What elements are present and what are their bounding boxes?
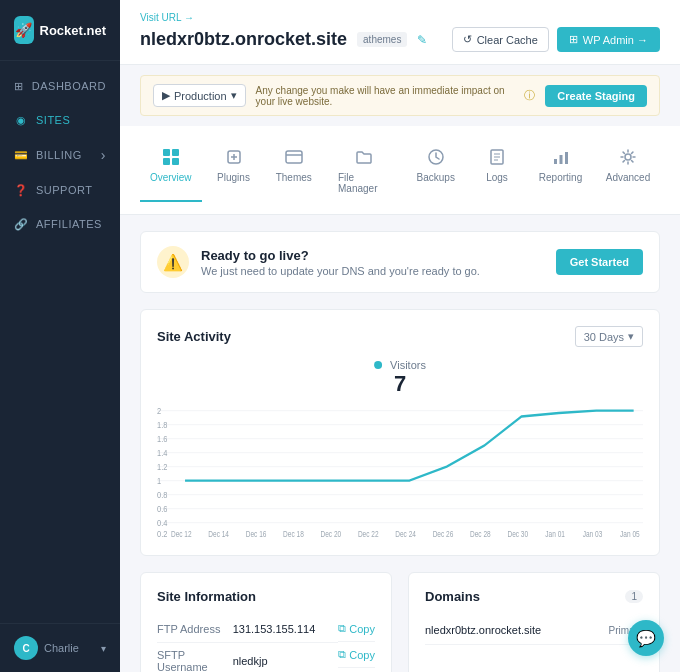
nav-icon-overview[interactable]: Overview — [140, 138, 202, 202]
edit-icon[interactable]: ✎ — [417, 33, 427, 47]
backups-icon — [425, 146, 447, 168]
copy-icon: ⧉ — [338, 622, 346, 635]
nav-icon-advanced[interactable]: Advanced — [596, 138, 660, 202]
nav-icon-file-manager[interactable]: File Manager — [326, 138, 403, 202]
nav-label-overview: Overview — [150, 172, 192, 183]
svg-text:0.2: 0.2 — [157, 528, 168, 539]
svg-rect-14 — [565, 152, 568, 164]
nav-label-advanced: Advanced — [606, 172, 650, 183]
cache-icon: ↺ — [463, 33, 472, 46]
ftp-value: 131.153.155.114 — [233, 616, 339, 642]
svg-text:0.8: 0.8 — [157, 489, 168, 500]
sidebar-item-label: DASHBOARD — [32, 80, 106, 92]
domain-name: nledxr0btz.onrocket.site — [425, 624, 541, 636]
reporting-icon — [550, 146, 572, 168]
user-name: Charlie — [44, 642, 79, 654]
logs-icon — [486, 146, 508, 168]
site-name: nledxr0btz.onrocket.site — [140, 29, 347, 50]
activity-chart-svg: 2 1.8 1.6 1.4 1.2 1 0.8 0.6 0.4 0.2 Dec … — [157, 399, 643, 539]
environment-select[interactable]: ▶ Production ▾ — [153, 84, 246, 107]
main-content: Visit URL → nledxr0btz.onrocket.site ath… — [120, 0, 680, 672]
period-chevron-icon: ▾ — [628, 330, 634, 343]
svg-text:1.6: 1.6 — [157, 433, 168, 444]
nav-icon-backups[interactable]: Backups — [407, 138, 466, 202]
site-title-row: nledxr0btz.onrocket.site athemes ✎ ↺ Cle… — [140, 27, 660, 52]
svg-text:Dec 14: Dec 14 — [208, 529, 229, 539]
clear-cache-button[interactable]: ↺ Clear Cache — [452, 27, 549, 52]
user-menu-chevron: ▾ — [101, 643, 106, 654]
visit-url-link[interactable]: Visit URL → — [140, 12, 660, 23]
alert-banner: ⚠️ Ready to go live? We just need to upd… — [140, 231, 660, 293]
sidebar-item-sites[interactable]: ◉ SITES — [0, 103, 120, 137]
sftp-label: SFTP Username — [157, 642, 233, 672]
logo-icon: 🚀 — [14, 16, 34, 44]
sidebar-item-label: SITES — [36, 114, 70, 126]
nav-label-themes: Themes — [276, 172, 312, 183]
sidebar-item-label: AFFILIATES — [36, 218, 102, 230]
nav-icon-plugins[interactable]: Plugins — [206, 138, 262, 202]
svg-text:1.2: 1.2 — [157, 461, 168, 472]
site-info-header: Site Information — [157, 589, 375, 604]
domain-row: nledxr0btz.onrocket.site Primary — [425, 616, 643, 645]
visitors-count-display: Visitors 7 — [374, 359, 426, 397]
svg-text:Jan 05: Jan 05 — [620, 529, 640, 539]
visitors-count: 7 — [374, 371, 426, 397]
site-info-title: Site Information — [157, 589, 256, 604]
domains-header: Domains 1 — [425, 589, 643, 604]
sidebar-item-support[interactable]: ❓ SUPPORT — [0, 173, 120, 207]
wp-admin-button[interactable]: ⊞ WP Admin → — [557, 27, 660, 52]
logo-text: Rocket.net — [40, 23, 106, 38]
ftp-label: FTP Address — [157, 616, 233, 642]
copy-icon: ⧉ — [338, 648, 346, 661]
billing-icon: 💳 — [14, 148, 28, 162]
chat-fab-button[interactable]: 💬 — [628, 620, 664, 656]
ftp-copy-button[interactable]: ⧉ Copy — [338, 616, 375, 642]
nav-label-plugins: Plugins — [217, 172, 250, 183]
alert-icon: ⚠️ — [157, 246, 189, 278]
sidebar-item-affiliates[interactable]: 🔗 AFFILIATES — [0, 207, 120, 241]
header-actions: ↺ Clear Cache ⊞ WP Admin → — [452, 27, 660, 52]
sidebar-item-label: SUPPORT — [36, 184, 92, 196]
create-staging-button[interactable]: Create Staging — [545, 85, 647, 107]
svg-text:1: 1 — [157, 475, 161, 486]
sidebar: 🚀 Rocket.net ⊞ DASHBOARD ◉ SITES 💳 BILLI… — [0, 0, 120, 672]
get-started-button[interactable]: Get Started — [556, 249, 643, 275]
user-avatar: C — [14, 636, 38, 660]
svg-text:Dec 24: Dec 24 — [395, 529, 416, 539]
nav-label-reporting: Reporting — [539, 172, 582, 183]
nav-label-file-manager: File Manager — [338, 172, 391, 194]
svg-text:2: 2 — [157, 405, 161, 416]
sidebar-nav: ⊞ DASHBOARD ◉ SITES 💳 BILLING ❓ SUPPORT … — [0, 61, 120, 623]
activity-title: Site Activity — [157, 329, 231, 344]
svg-rect-2 — [163, 158, 170, 165]
nav-icon-logs[interactable]: Logs — [469, 138, 525, 202]
page-header: Visit URL → nledxr0btz.onrocket.site ath… — [120, 0, 680, 65]
nav-icons-bar: Overview Plugins Themes — [120, 126, 680, 215]
svg-text:0.6: 0.6 — [157, 503, 168, 514]
sidebar-item-billing[interactable]: 💳 BILLING — [0, 137, 120, 173]
svg-text:Dec 18: Dec 18 — [283, 529, 304, 539]
sidebar-item-dashboard[interactable]: ⊞ DASHBOARD — [0, 69, 120, 103]
affiliates-icon: 🔗 — [14, 217, 28, 231]
svg-rect-3 — [172, 158, 179, 165]
sidebar-item-label: BILLING — [36, 149, 82, 161]
bottom-grid: Site Information FTP Address 131.153.155… — [140, 572, 660, 672]
svg-text:1.4: 1.4 — [157, 447, 168, 458]
alert-description: We just need to update your DNS and you'… — [201, 265, 480, 277]
period-select[interactable]: 30 Days ▾ — [575, 326, 643, 347]
nav-label-logs: Logs — [486, 172, 508, 183]
svg-text:Dec 22: Dec 22 — [358, 529, 379, 539]
page-content: ⚠️ Ready to go live? We just need to upd… — [120, 215, 680, 672]
sidebar-footer[interactable]: C Charlie ▾ — [0, 623, 120, 672]
table-row: SFTP Username nledkjp ⧉ Copy — [157, 642, 375, 672]
sidebar-logo: 🚀 Rocket.net — [0, 0, 120, 61]
nav-icon-reporting[interactable]: Reporting — [529, 138, 592, 202]
sftp-copy-button[interactable]: ⧉ Copy — [338, 642, 375, 668]
domains-count-badge: 1 — [625, 590, 643, 603]
chat-icon: 💬 — [636, 629, 656, 648]
nav-icon-themes[interactable]: Themes — [266, 138, 323, 202]
svg-text:0.4: 0.4 — [157, 517, 168, 528]
advanced-icon — [617, 146, 639, 168]
env-warning-text: Any change you make will have an immedia… — [256, 85, 515, 107]
svg-text:Dec 16: Dec 16 — [246, 529, 267, 539]
